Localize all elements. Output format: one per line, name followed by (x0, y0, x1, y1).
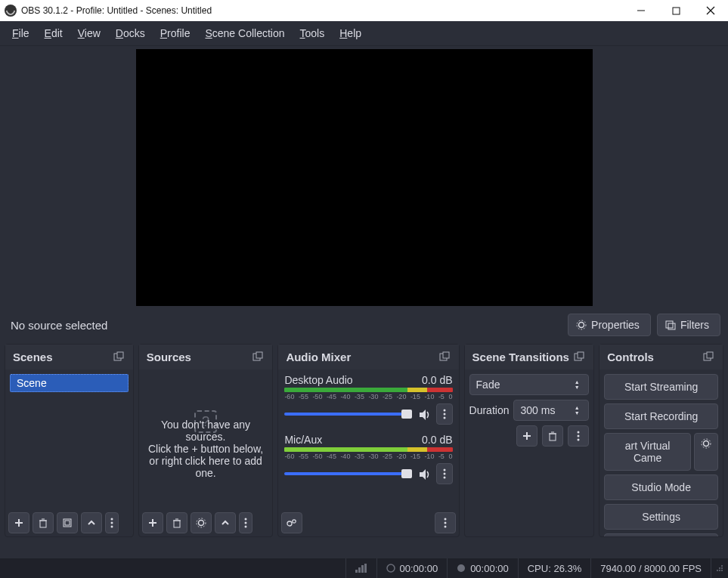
svg-rect-63 (361, 565, 364, 573)
exit-button[interactable]: Exit (604, 533, 718, 536)
popout-icon[interactable] (574, 351, 586, 363)
duration-value: 300 ms (520, 404, 555, 416)
move-scene-up-button[interactable] (81, 512, 102, 533)
transitions-header[interactable]: Scene Transitions (465, 345, 594, 369)
settings-button[interactable]: Settings (604, 504, 718, 530)
db-scale: -60-55-50-45-40-35-30-25-20-15-10-50 (284, 393, 452, 400)
audio-track-desktop: Desktop Audio0.0 dB -60-55-50-45-40-35-3… (280, 372, 457, 432)
filters-button[interactable]: Filters (657, 314, 720, 336)
virtual-camera-button[interactable]: art Virtual Came (604, 433, 691, 471)
svg-rect-64 (364, 564, 367, 573)
controls-header[interactable]: Controls (599, 345, 723, 369)
sources-header[interactable]: Sources (139, 345, 273, 369)
kebab-icon (110, 518, 113, 528)
menu-scene-collection[interactable]: Scene Collection (197, 24, 292, 42)
minimize-button[interactable] (624, 0, 658, 21)
svg-point-67 (721, 565, 723, 567)
svg-rect-1 (673, 8, 680, 14)
svg-rect-16 (65, 521, 70, 525)
popout-icon[interactable] (439, 351, 451, 363)
transitions-title: Scene Transitions (472, 351, 569, 363)
record-icon (457, 564, 466, 573)
svg-point-68 (719, 567, 720, 569)
popout-icon[interactable] (113, 351, 125, 363)
remove-source-button[interactable] (166, 512, 187, 533)
add-source-button[interactable] (142, 512, 163, 533)
preview-area (0, 46, 728, 309)
network-indicator (345, 558, 376, 578)
scene-more-button[interactable] (105, 512, 119, 533)
scene-item[interactable]: Scene (10, 374, 129, 392)
sources-panel: Sources ? You don't have any sources. Cl… (138, 344, 274, 537)
close-button[interactable] (693, 0, 728, 21)
remove-scene-button[interactable] (33, 512, 54, 533)
virtual-camera-settings-button[interactable] (694, 433, 718, 471)
popout-icon[interactable] (703, 351, 715, 363)
preview-canvas[interactable] (136, 49, 593, 306)
svg-rect-12 (40, 521, 46, 527)
menu-file[interactable]: File (5, 24, 37, 42)
transition-more-button[interactable] (568, 425, 589, 447)
menu-help[interactable]: Help (332, 24, 369, 42)
svg-point-70 (717, 570, 718, 571)
properties-button[interactable]: Properties (568, 314, 651, 336)
svg-point-31 (244, 526, 246, 528)
svg-marker-38 (420, 469, 426, 480)
svg-point-37 (443, 417, 445, 419)
scenes-list[interactable]: Scene (5, 369, 133, 509)
kebab-icon (244, 518, 247, 528)
source-more-button[interactable] (239, 512, 252, 533)
svg-point-39 (443, 469, 445, 471)
svg-rect-33 (443, 352, 449, 358)
add-transition-button[interactable] (516, 425, 537, 447)
plus-icon (522, 431, 532, 441)
menu-view[interactable]: View (70, 24, 108, 42)
menu-tools[interactable]: Tools (293, 24, 333, 42)
mixer-title: Audio Mixer (286, 351, 351, 363)
mixer-settings-button[interactable] (281, 512, 302, 533)
gear-icon (196, 518, 206, 528)
track-options-button[interactable] (436, 403, 453, 425)
volume-slider[interactable] (284, 413, 411, 416)
menu-profile[interactable]: Profile (153, 24, 198, 42)
remove-transition-button[interactable] (542, 425, 563, 447)
studio-mode-button[interactable]: Studio Mode (604, 474, 718, 500)
popout-icon[interactable] (252, 351, 265, 363)
transitions-panel: Scene Transitions Fade ▲▼ Duration 300 m… (464, 344, 595, 537)
maximize-button[interactable] (658, 0, 693, 21)
sources-list[interactable]: ? You don't have any sources. Click the … (139, 369, 273, 509)
add-scene-button[interactable] (8, 512, 29, 533)
svg-point-45 (444, 522, 446, 524)
filter-icon (62, 518, 73, 528)
menu-edit[interactable]: Edit (37, 24, 70, 42)
kebab-icon (577, 431, 580, 441)
svg-point-4 (579, 323, 584, 328)
svg-rect-62 (358, 567, 361, 573)
scenes-header[interactable]: Scenes (5, 345, 133, 369)
gears-icon (286, 518, 298, 528)
mixer-more-button[interactable] (435, 512, 456, 533)
volume-slider[interactable] (284, 472, 411, 475)
start-recording-button[interactable]: Start Recording (604, 403, 718, 429)
scene-filters-button[interactable] (57, 512, 78, 533)
svg-point-42 (287, 521, 292, 526)
move-source-up-button[interactable] (215, 512, 236, 533)
speaker-icon[interactable] (418, 408, 430, 420)
source-properties-button[interactable] (191, 512, 212, 533)
grip-icon (716, 564, 723, 572)
svg-point-55 (578, 435, 580, 437)
speaker-icon[interactable] (418, 468, 430, 480)
svg-rect-58 (707, 352, 713, 358)
start-streaming-button[interactable]: Start Streaming (604, 374, 718, 400)
spinner-icon[interactable]: ▲▼ (572, 405, 582, 416)
audio-track-mic: Mic/Aux0.0 dB -60-55-50-45-40-35-30-25-2… (280, 432, 457, 492)
duration-input[interactable]: 300 ms ▲▼ (513, 400, 589, 421)
menu-docks[interactable]: Docks (108, 24, 153, 42)
resize-grip[interactable] (711, 558, 728, 578)
mixer-header[interactable]: Audio Mixer (278, 345, 458, 369)
svg-point-18 (111, 522, 113, 524)
track-options-button[interactable] (436, 463, 453, 484)
track-db: 0.0 dB (422, 374, 452, 386)
transition-select[interactable]: Fade ▲▼ (469, 374, 590, 395)
no-source-label: No source selected (8, 319, 107, 332)
